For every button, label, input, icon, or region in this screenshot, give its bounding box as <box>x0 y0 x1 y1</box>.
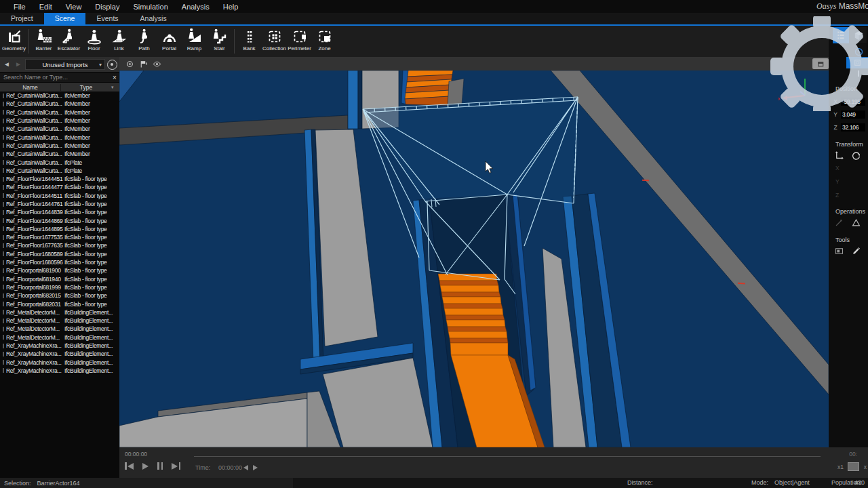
menu-item[interactable]: Help <box>216 1 245 12</box>
list-item[interactable]: Ref_Floorportal681900 IfcSlab - floor ty… <box>0 266 119 274</box>
visibility-eye-icon[interactable] <box>153 60 161 68</box>
position-y-field[interactable]: 3.049 <box>841 110 865 119</box>
menu-item[interactable]: Edit <box>33 1 59 12</box>
select-mode-button[interactable] <box>846 57 868 68</box>
list-item[interactable]: Ref_FloorFloor1644451 IfcSlab - floor ty… <box>0 175 119 183</box>
object-type-icon <box>0 110 6 115</box>
list-item[interactable]: Ref_FloorFloor1644477 IfcSlab - floor ty… <box>0 183 119 191</box>
toolbar-button[interactable]: Geometry <box>1 26 26 56</box>
toolbar-button[interactable]: Stair <box>207 26 232 56</box>
menu-item[interactable]: File <box>7 1 33 12</box>
frame-tool-icon[interactable] <box>834 246 844 256</box>
toolbar-button[interactable]: Barrier <box>31 26 56 56</box>
menu-item[interactable]: Display <box>88 1 126 12</box>
list-item[interactable]: Ref_FloorFloor1644839 IfcSlab - floor ty… <box>0 208 119 216</box>
list-item[interactable]: Ref_CurtainWallCurta... IfcMember <box>0 100 119 108</box>
list-item[interactable]: Ref_FloorFloor1644511 IfcSlab - floor ty… <box>0 192 119 200</box>
list-item[interactable]: Ref_Floorportal682031 IfcSlab - floor ty… <box>0 300 119 308</box>
toolbar-button[interactable]: Link <box>106 26 132 56</box>
crosshair-icon[interactable] <box>125 60 134 68</box>
position-x-field[interactable]: -59.195 <box>841 98 865 106</box>
list-item[interactable]: Ref_Floorportal681940 IfcSlab - floor ty… <box>0 275 119 283</box>
toolbar-button[interactable]: Ramp <box>182 26 207 56</box>
toolbar-button[interactable]: Perimeter <box>287 26 312 56</box>
list-item[interactable]: Ref_MetalDetectorM... IfcBuildingElement… <box>0 325 119 333</box>
clear-search-icon[interactable]: × <box>110 74 119 81</box>
toolbar-button[interactable]: Floor <box>81 26 106 56</box>
list-item[interactable]: Ref_MetalDetectorM... IfcBuildingElement… <box>0 317 119 325</box>
viewport-3d[interactable]: x <box>119 70 829 447</box>
list-item[interactable]: Ref_XrayMachineXra... IfcBuildingElement… <box>0 350 119 358</box>
workspace-tab[interactable]: Scene <box>44 13 86 24</box>
rotate-tool-icon[interactable] <box>851 150 861 161</box>
list-item[interactable]: Ref_XrayMachineXra... IfcBuildingElement… <box>0 359 119 367</box>
speed-next-clip: x <box>864 464 867 470</box>
menu-item[interactable]: Simulation <box>126 1 174 12</box>
list-item[interactable]: Ref_CurtainWallCurta... IfcMember <box>0 108 119 117</box>
toolbar-button[interactable]: Escalator <box>56 26 81 56</box>
locate-target-icon[interactable] <box>107 60 117 70</box>
step-back-button[interactable] <box>243 465 248 470</box>
cut-tool-icon[interactable] <box>834 218 844 228</box>
pause-button[interactable] <box>157 462 163 470</box>
tools-icons <box>834 246 861 256</box>
toolbar-button[interactable]: Zone <box>312 26 337 56</box>
list-item[interactable]: Ref_CurtainWallCurta... IfcMember <box>0 92 119 100</box>
forward-arrow-icon[interactable]: ► <box>14 61 23 68</box>
list-item[interactable]: Ref_CurtainWallCurta... IfcMember <box>0 117 119 125</box>
list-item[interactable]: Ref_CurtainWallCurta... IfcMember <box>0 150 119 158</box>
back-arrow-icon[interactable]: ◄ <box>2 61 12 68</box>
list-item[interactable]: Ref_FloorFloor1677535 IfcSlab - floor ty… <box>0 233 119 241</box>
timeline-track[interactable] <box>194 456 821 457</box>
list-item[interactable]: Ref_CurtainWallCurta... IfcPlate <box>0 167 119 175</box>
list-item[interactable]: Ref_XrayMachineXra... IfcBuildingElement… <box>0 342 119 350</box>
column-header-type[interactable]: Type <box>61 84 111 91</box>
toolbar-button[interactable]: Bank <box>237 26 262 56</box>
perimeter-icon <box>292 28 308 45</box>
column-header-name[interactable]: Name <box>0 84 61 91</box>
panel-resize-handle[interactable] <box>858 70 859 77</box>
search-input[interactable] <box>0 74 110 81</box>
skip-end-button[interactable] <box>172 462 180 470</box>
list-item[interactable]: Ref_XrayMachineXra... IfcBuildingElement… <box>0 367 119 375</box>
list-item[interactable]: Ref_FloorFloor1644761 IfcSlab - floor ty… <box>0 200 119 208</box>
list-item[interactable]: Ref_FloorFloor1680589 IfcSlab - floor ty… <box>0 250 119 258</box>
toolbar-button[interactable]: Path <box>132 26 157 56</box>
menu-item[interactable]: View <box>59 1 89 12</box>
list-item[interactable]: Ref_FloorFloor1644895 IfcSlab - floor ty… <box>0 225 119 233</box>
menu-item[interactable]: Analysis <box>175 1 216 12</box>
transport-controls <box>125 462 180 470</box>
object-type: IfcSlab - floor type <box>64 251 119 258</box>
list-item[interactable]: Ref_CurtainWallCurta... IfcMember <box>0 125 119 133</box>
list-filter-dropdown[interactable]: Unused Imports ▾ <box>25 59 105 70</box>
position-z-field[interactable]: 32.106 <box>841 123 865 131</box>
list-item[interactable]: Ref_FloorFloor1677635 IfcSlab - floor ty… <box>0 241 119 249</box>
list-item[interactable]: Ref_Floorportal681999 IfcSlab - floor ty… <box>0 283 119 291</box>
play-button[interactable] <box>142 463 149 470</box>
speed-slider-handle[interactable] <box>848 462 859 471</box>
list-item[interactable]: Ref_CurtainWallCurta... IfcMember <box>0 142 119 150</box>
toolbar-button[interactable]: Collection <box>262 26 287 56</box>
detail-list-button[interactable] <box>833 27 849 43</box>
move-tool-icon[interactable] <box>834 150 844 161</box>
triangulate-tool-icon[interactable] <box>851 218 861 228</box>
skip-start-button[interactable] <box>125 462 134 470</box>
window-restore-button[interactable] <box>812 58 829 69</box>
toolbar-button[interactable]: Portal <box>157 26 182 56</box>
pencil-tool-icon[interactable] <box>851 246 861 256</box>
scene-toolbar: Geometry Barrier Escalator Floor Link Pa… <box>0 26 868 57</box>
list-item[interactable]: Ref_MetalDetectorM... IfcBuildingElement… <box>0 333 119 342</box>
list-item[interactable]: Ref_CurtainWallCurta... IfcMember <box>0 133 119 141</box>
step-forward-button[interactable] <box>253 465 258 470</box>
workspace-tab[interactable]: Project <box>0 13 44 24</box>
walk-flag-icon[interactable] <box>139 60 148 68</box>
list-item[interactable]: Ref_Floorportal682015 IfcSlab - floor ty… <box>0 291 119 300</box>
object-view-button[interactable] <box>850 27 867 43</box>
workspace-tab[interactable]: Events <box>85 13 129 24</box>
list-item[interactable]: Ref_FloorFloor1644869 IfcSlab - floor ty… <box>0 216 119 224</box>
workspace-tab[interactable]: Analysis <box>130 13 178 24</box>
list-item[interactable]: Ref_FloorFloor1680596 IfcSlab - floor ty… <box>0 258 119 266</box>
list-item[interactable]: Ref_CurtainWallCurta... IfcPlate <box>0 158 119 166</box>
list-item[interactable]: Ref_MetalDetectorM... IfcBuildingElement… <box>0 308 119 317</box>
sort-caret-icon[interactable]: ▾ <box>111 85 119 90</box>
